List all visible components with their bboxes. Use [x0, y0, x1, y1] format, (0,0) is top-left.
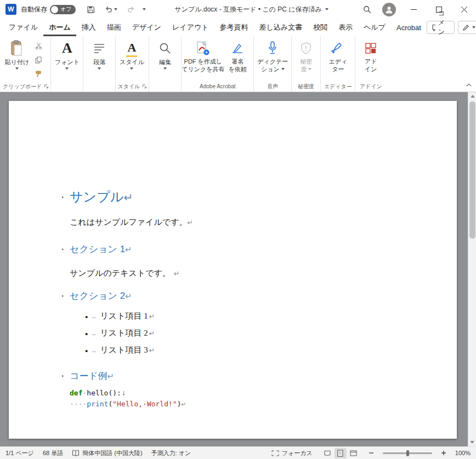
paragraph-group: 段落 [83, 36, 116, 92]
editor-button[interactable]: エディ ター [322, 37, 353, 80]
zoom-level[interactable]: 100% [455, 450, 471, 456]
tab-mark: → [90, 345, 97, 355]
paragraph-button[interactable]: 段落 [85, 37, 114, 80]
acrobat-group-label: Adobe Acrobat [183, 81, 252, 92]
request-signature-button[interactable]: 署名 を依頼 [223, 37, 252, 80]
minimize-button[interactable] [401, 0, 426, 19]
page-indicator[interactable]: 1/1 ページ [5, 449, 34, 457]
tab-layout[interactable]: レイアウト [167, 19, 214, 36]
editor-group: エディ ター エディター [321, 36, 355, 92]
redo-button[interactable] [124, 1, 138, 18]
tab-home[interactable]: ホーム [43, 19, 76, 36]
autosave-switch[interactable]: オフ [50, 5, 76, 14]
bullet-list: ●→リスト項目 1↵ ●→リスト項目 2↵ ●→リスト項目 3↵ [70, 311, 424, 356]
adobe-acrobat-group: PDF を作成し てリンクを共有 署名 を依頼 Adobe Acrobat [182, 36, 254, 92]
tab-references[interactable]: 参考資料 [214, 19, 254, 36]
tab-review[interactable]: 校閲 [308, 19, 333, 36]
paragraph-icon [93, 39, 106, 57]
proofing-book-icon [72, 450, 80, 457]
font-icon [62, 39, 72, 57]
word-count[interactable]: 68 単語 [43, 449, 63, 457]
scroll-up-button[interactable] [468, 92, 476, 100]
editor-pen-icon [331, 39, 345, 57]
editing-group: 編集 [149, 36, 182, 92]
font-button[interactable]: フォント [53, 37, 81, 80]
scrollbar-thumb[interactable] [469, 101, 475, 239]
cut-button[interactable] [32, 39, 45, 52]
tab-mark: → [90, 328, 97, 338]
comments-button[interactable]: コメント [427, 21, 455, 34]
undo-button[interactable] [102, 1, 120, 18]
dialog-launcher-icon[interactable] [142, 84, 147, 89]
pilcrow-mark: ↵ [182, 401, 186, 408]
tab-view[interactable]: 表示 [333, 19, 358, 36]
tab-insert[interactable]: 挿入 [76, 19, 101, 36]
comment-icon [432, 24, 435, 31]
format-painter-button[interactable] [32, 68, 45, 80]
autosave-toggle[interactable]: 自動保存 オフ [21, 5, 76, 14]
dialog-launcher-icon[interactable] [44, 84, 49, 89]
close-button[interactable] [452, 0, 476, 19]
pilcrow-mark: ↵ [107, 372, 114, 381]
read-mode-icon [324, 450, 331, 456]
editing-button[interactable]: 編集 [151, 37, 179, 80]
addins-group: アド イン アドイン [355, 36, 386, 92]
chevron-down-icon [98, 67, 101, 70]
sensitivity-group-label: 秘密度 [293, 81, 319, 92]
zoom-out-button[interactable] [369, 450, 374, 456]
list-item: ●→リスト項目 2↵ [85, 328, 424, 339]
print-layout-button[interactable] [335, 448, 347, 458]
save-button[interactable] [83, 1, 98, 18]
tab-help[interactable]: ヘルプ [358, 19, 391, 36]
close-icon [461, 7, 467, 13]
font-group: フォント [51, 36, 83, 92]
clipboard-group-label: クリップボード [3, 81, 49, 92]
search-button[interactable] [357, 1, 377, 18]
triangle-up-icon [471, 95, 475, 98]
proofing-status[interactable]: 簡体中国語 (中国大陸) [72, 449, 142, 457]
zoom-slider[interactable] [383, 452, 432, 454]
collapse-ribbon-button[interactable] [466, 79, 472, 89]
voice-group-label: 音声 [256, 81, 290, 92]
addins-button[interactable]: アド イン [357, 37, 384, 80]
web-layout-button[interactable] [348, 448, 360, 458]
zoom-slider-thumb[interactable] [406, 450, 409, 456]
tab-design[interactable]: デザイン [127, 19, 167, 36]
code-block: def·hello():↓ ····print("Hello,·World!")… [70, 388, 424, 410]
doc-paragraph: これはサンプルファイルです。↵ [70, 217, 424, 228]
save-icon [87, 5, 95, 14]
styles-button[interactable]: スタイル [117, 37, 146, 80]
code-line: def·hello():↓ [70, 388, 424, 399]
dictate-button[interactable]: ディクテー ション [256, 37, 290, 80]
doc-heading-3: ▪セクション 2↵ [70, 290, 424, 302]
title-chevron-icon[interactable] [325, 8, 328, 10]
focus-mode-button[interactable]: フォーカス [271, 449, 313, 457]
document-page[interactable]: ▪サンプル↵ これはサンプルファイルです。↵ ▪セクション 1↵ サンプルのテキ… [9, 101, 457, 439]
list-item: ●→リスト項目 1↵ [85, 311, 424, 322]
create-pdf-button[interactable]: PDF を作成し てリンクを共有 [183, 37, 223, 80]
word-window: 自動保存 オフ サンプル.docx [0, 0, 476, 459]
tab-acrobat[interactable]: Acrobat [391, 19, 427, 36]
zoom-in-button[interactable] [441, 450, 446, 456]
tab-draw[interactable]: 描画 [101, 19, 127, 36]
format-painter-icon [35, 71, 42, 78]
pilcrow-mark: ↵ [125, 245, 132, 254]
pilcrow-mark: ↵ [123, 191, 133, 204]
scroll-down-button[interactable] [470, 441, 474, 444]
text-prediction[interactable]: 予測入力: オン [151, 449, 191, 457]
vertical-scrollbar[interactable] [468, 92, 476, 446]
outline-marker: ▪ [62, 370, 64, 382]
editing-label: 編集 [159, 58, 171, 66]
read-mode-button[interactable] [321, 448, 333, 458]
document-title: サンプル.docx - 互換モード • この PC に保存済み [175, 5, 322, 14]
copy-button[interactable] [32, 54, 45, 66]
editing-mode-button[interactable] [458, 21, 476, 34]
paste-button[interactable]: 貼り付け [3, 37, 31, 80]
tab-mailings[interactable]: 差し込み文書 [254, 19, 308, 36]
doc-heading-2: ▪セクション 1↵ [70, 243, 424, 256]
addins-group-label: アドイン [357, 81, 384, 92]
account-avatar[interactable] [382, 3, 396, 16]
sensitivity-button[interactable]: 秘密 度 [293, 37, 319, 80]
chevron-down-icon [308, 68, 311, 70]
tab-file[interactable]: ファイル [3, 19, 43, 36]
